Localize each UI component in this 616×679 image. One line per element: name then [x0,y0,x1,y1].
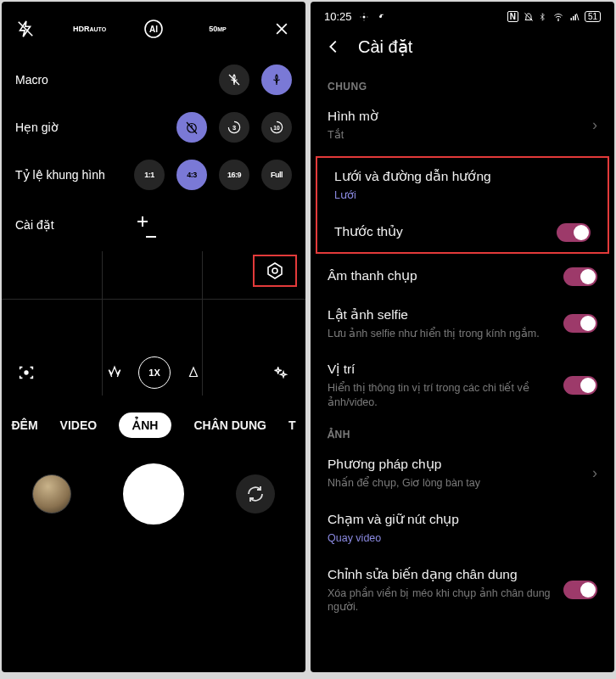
mode-strip[interactable]: ĐÊM VIDEO ẢNH CHÂN DUNG T [2,396,305,450]
macro-off-icon[interactable] [219,65,249,95]
toggle-distortion[interactable] [563,581,597,599]
back-icon[interactable] [324,37,343,56]
zoom-1x-button[interactable]: 1X [138,356,171,389]
macro-on-icon[interactable] [261,65,292,95]
setting-mirror-title: Lật ảnh selfie [328,306,557,324]
option-macro-label: Macro [15,73,219,87]
zoom-tele-icon[interactable] [186,364,201,381]
svg-point-17 [362,15,365,18]
option-timer-label: Hẹn giờ [15,121,176,134]
setting-level-title: Thước thủy [334,223,550,241]
settings-screen: 10:25 N 51 [311,2,614,672]
ai-icon[interactable]: AI [142,17,165,41]
grid-level-highlight: Lưới và đường dẫn hướng Lưới Thước thủy [316,156,609,254]
shutter-row [2,450,305,545]
option-aspect-label: Tỷ lệ khung hình [15,168,134,182]
toggle-mirror-selfie[interactable] [563,314,597,333]
setting-hold-shutter-sub: Quay video [328,531,591,546]
svg-point-16 [25,371,28,374]
setting-mirror-selfie[interactable]: Lật ảnh selfie Lưu ảnh selfie như hiển t… [311,296,614,351]
setting-location-title: Vị trí [328,361,557,379]
setting-watermark-sub: Tắt [328,128,585,143]
aspect-full-icon[interactable]: Full [261,160,292,190]
resolution-50mp-icon[interactable]: 50 MP [206,17,230,41]
mute-icon [524,12,534,22]
option-timer: Hẹn giờ 3 10 [2,104,305,151]
shutter-button[interactable] [123,463,184,525]
mode-more[interactable]: T [288,418,296,432]
option-settings: Cài đặt [2,199,305,251]
timer-3s-icon[interactable]: 3 [219,112,249,143]
zoom-bar: 1X [2,356,305,389]
setting-grid[interactable]: Lưới và đường dẫn hướng Lưới [317,158,608,213]
viewfinder[interactable]: 1X [2,251,305,396]
gallery-thumbnail[interactable] [32,474,71,513]
tiktok-status-icon [376,12,386,22]
setting-shutter-sound-title: Âm thanh chụp [328,267,557,285]
timer-10s-icon[interactable]: 10 [261,112,292,143]
setting-hold-shutter[interactable]: Chạm và giữ nút chụp Quay video [311,501,614,556]
timer-off-icon[interactable] [176,112,207,143]
setting-capture-method-title: Phương pháp chụp [328,456,585,474]
aspect-16-9-icon[interactable]: 16:9 [219,160,249,190]
camera-top-toolbar: HDR AUTO AI 50 MP [2,2,305,56]
toggle-level[interactable] [557,223,591,242]
gear-status-icon [359,12,369,22]
settings-header: Cài đặt [311,28,614,72]
setting-hold-shutter-title: Chạm và giữ nút chụp [328,511,591,529]
google-lens-icon[interactable] [15,363,37,382]
battery-icon: 51 [585,11,601,22]
section-chung: CHUNG [311,72,614,98]
nfc-icon: N [507,11,518,22]
status-bar: 10:25 N 51 [311,2,614,28]
setting-watermark-title: Hình mờ [328,108,585,126]
mode-video[interactable]: VIDEO [60,418,98,432]
setting-distortion-sub: Xóa phần viền bị méo khi chụp ảnh chân d… [328,586,557,615]
toggle-shutter-sound[interactable] [563,267,597,286]
camera-app-screen: HDR AUTO AI 50 MP Macro [2,2,305,672]
toggle-location[interactable] [563,376,597,395]
mode-night[interactable]: ĐÊM [11,418,37,432]
status-time: 10:25 [324,10,352,23]
camera-options-panel: Macro Hẹn giờ 3 10 [2,56,305,251]
signal-icon [569,12,580,22]
wifi-icon [552,12,564,22]
chevron-right-icon: › [592,116,597,134]
aspect-1-1-icon[interactable]: 1:1 [134,160,165,190]
setting-capture-method-sub: Nhấn để chụp, Giơ lòng bàn tay [328,476,585,491]
svg-line-20 [576,14,579,20]
section-anh: ẢNH [311,420,614,446]
close-icon[interactable] [270,17,294,41]
setting-location[interactable]: Vị trí Hiển thị thông tin vị trí trong c… [311,351,614,420]
setting-shutter-sound[interactable]: Âm thanh chụp [311,257,614,296]
filters-icon[interactable] [270,363,292,382]
chevron-right-icon: › [592,464,597,482]
grid-line [2,299,305,300]
switch-camera-button[interactable] [236,474,275,513]
setting-capture-method[interactable]: Phương pháp chụp Nhấn để chụp, Giơ lòng … [311,446,614,501]
status-right: N 51 [507,11,601,22]
setting-level[interactable]: Thước thủy [317,213,608,252]
mode-portrait[interactable]: CHÂN DUNG [193,418,266,432]
focus-marker-icon [131,208,165,242]
svg-text:10: 10 [273,125,280,131]
svg-text:AI: AI [149,25,158,34]
svg-point-19 [557,20,558,20]
flash-off-icon[interactable] [14,17,37,41]
setting-location-sub: Hiển thị thông tin vị trí trong các chi … [328,381,557,410]
setting-grid-sub: Lưới [334,188,584,203]
setting-watermark[interactable]: Hình mờ Tắt › [311,98,614,153]
setting-distortion-title: Chỉnh sửa biến dạng chân dung [328,566,557,584]
setting-mirror-sub: Lưu ảnh selfie như hiển thị trong kính n… [328,327,557,341]
svg-text:3: 3 [232,124,236,132]
hdr-auto-icon[interactable]: HDR AUTO [78,17,102,41]
option-aspect: Tỷ lệ khung hình 1:1 4:3 16:9 Full [2,151,305,199]
bluetooth-icon [539,12,547,22]
zoom-wide-icon[interactable] [106,364,123,381]
mode-photo[interactable]: ẢNH [119,412,171,438]
page-title: Cài đặt [358,36,412,57]
aspect-4-3-icon[interactable]: 4:3 [176,160,207,190]
setting-distortion[interactable]: Chỉnh sửa biến dạng chân dung Xóa phần v… [311,556,614,626]
option-macro: Macro [2,56,305,104]
setting-grid-title: Lưới và đường dẫn hướng [334,168,584,186]
